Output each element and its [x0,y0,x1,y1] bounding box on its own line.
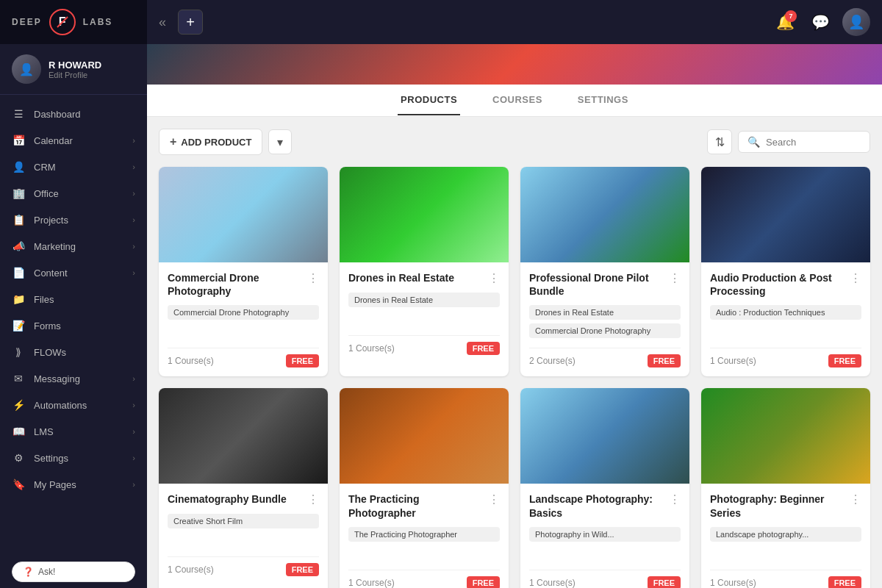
ask-button[interactable]: ❓ Ask! [12,562,135,582]
automations-label: Automations [34,400,87,411]
ask-icon: ❓ [23,567,34,577]
office-label: Office [34,188,59,199]
price-badge: FREE [648,576,681,588]
product-menu-icon[interactable]: ⋮ [669,271,681,285]
sidebar-item-automations[interactable]: ⚡ Automations › [0,392,147,418]
tag-list: Audio : Production Techniques [710,305,861,340]
sidebar-item-calendar[interactable]: 📅 Calendar › [0,127,147,154]
office-icon: 🏢 [12,187,25,199]
sidebar-item-projects[interactable]: 📋 Projects › [0,207,147,233]
product-title: Drones in Real Estate [348,271,482,284]
product-card: Photography: Beginner Series ⋮ Landscape… [701,388,870,588]
sidebar-item-messaging[interactable]: ✉ Messaging › [0,365,147,392]
product-thumbnail [520,167,689,262]
product-body: Professional Drone Pilot Bundle ⋮ Drones… [520,262,689,376]
product-footer: 1 Course(s) FREE [168,556,319,576]
chevron-icon: › [132,189,135,198]
sidebar-item-office[interactable]: 🏢 Office › [0,180,147,207]
add-product-label: ADD PRODUCT [181,137,251,148]
messages-button[interactable]: 💬 [807,9,833,35]
product-thumbnail [159,388,328,484]
user-avatar-topbar[interactable]: 👤 [842,8,870,36]
user-name: R HOWARD [49,60,135,71]
mypages-icon: 🔖 [12,478,25,490]
notification-badge: 7 [785,10,797,22]
messaging-icon: ✉ [12,373,25,384]
product-menu-icon[interactable]: ⋮ [307,271,319,285]
topbar: « + 🔔 7 💬 👤 [147,0,882,44]
product-thumbnail [159,167,328,262]
chevron-icon: › [132,268,135,277]
user-section: 👤 R HOWARD Edit Profile [0,44,147,95]
product-body: Audio Production & Post Processing ⋮ Aud… [701,262,870,376]
product-menu-icon[interactable]: ⋮ [669,492,681,506]
product-thumbnail [340,388,509,484]
product-menu-icon[interactable]: ⋮ [307,492,319,506]
product-menu-icon[interactable]: ⋮ [850,492,861,506]
add-button[interactable]: + [178,10,203,35]
collapse-icon[interactable]: « [159,15,166,30]
product-title-row: Drones in Real Estate ⋮ [348,271,500,285]
product-tag: Drones in Real Estate [348,293,500,307]
forms-icon: 📝 [12,320,25,331]
tab-bar: PRODUCTSCOURSESSETTINGS [147,85,882,117]
sidebar-item-files[interactable]: 📁 Files [0,286,147,312]
add-product-button[interactable]: + ADD PRODUCT [159,129,262,155]
product-body: Commercial Drone Photography ⋮ Commercia… [159,262,328,376]
crm-label: CRM [34,162,56,173]
search-input[interactable] [766,137,861,148]
product-menu-icon[interactable]: ⋮ [850,271,861,285]
brand-left: DEEP [12,17,42,27]
main-content: « + 🔔 7 💬 👤 PRODUCTSCOURSESSETTINGS + AD… [147,0,882,588]
sidebar-item-content[interactable]: 📄 Content › [0,259,147,286]
sidebar-item-forms[interactable]: 📝 Forms [0,312,147,339]
product-title: Audio Production & Post Processing [710,271,844,298]
crm-icon: 👤 [12,161,25,173]
chevron-icon: › [132,480,135,489]
tab-products[interactable]: PRODUCTS [398,85,460,115]
tab-courses[interactable]: COURSES [490,85,545,115]
course-count: 1 Course(s) [529,578,576,588]
sidebar-item-dashboard[interactable]: ☰ Dashboard [0,101,147,127]
sidebar-item-mypages[interactable]: 🔖 My Pages › [0,471,147,498]
product-title: Landscape Photography: Basics [529,492,663,519]
sidebar-item-flows[interactable]: ⟫ FLOWs [0,339,147,365]
product-menu-icon[interactable]: ⋮ [488,271,500,285]
filter-button[interactable]: ⇅ [707,129,732,154]
edit-profile-link[interactable]: Edit Profile [49,71,135,79]
product-body: Landscape Photography: Basics ⋮ Photogra… [520,484,689,588]
toolbar-right: ⇅ 🔍 [707,129,870,154]
price-badge: FREE [648,354,681,368]
product-menu-icon[interactable]: ⋮ [488,492,500,506]
product-tag: Commercial Drone Photography [529,323,681,338]
sidebar-item-lms[interactable]: 📖 LMS › [0,418,147,445]
notifications-button[interactable]: 🔔 7 [772,9,798,35]
search-box: 🔍 [738,131,870,153]
sidebar-header: DEEP F LABS [0,0,147,44]
marketing-label: Marketing [34,241,76,252]
projects-label: Projects [34,215,68,226]
filter-icon: ⇅ [715,135,725,149]
chevron-icon: › [132,453,135,462]
chevron-icon: › [132,401,135,409]
dropdown-arrow[interactable]: ▾ [268,129,292,154]
product-card: Drones in Real Estate ⋮ Drones in Real E… [340,167,509,376]
product-thumbnail [701,388,870,484]
product-card: The Practicing Photographer ⋮ The Practi… [340,388,509,588]
sidebar-item-marketing[interactable]: 📣 Marketing › [0,233,147,259]
avatar: 👤 [12,54,41,84]
brand-right: LABS [83,17,113,27]
tab-settings[interactable]: SETTINGS [575,85,631,115]
chevron-icon: › [132,162,135,171]
tag-list: Creative Short Film [168,514,319,549]
product-card: Professional Drone Pilot Bundle ⋮ Drones… [520,167,689,376]
tag-list: The Practicing Photographer [348,527,500,562]
product-tag: Drones in Real Estate [529,305,681,320]
course-count: 1 Course(s) [168,356,214,366]
sidebar-item-settings[interactable]: ⚙ Settings › [0,445,147,471]
logo-f-letter: F [59,15,66,29]
dashboard-icon: ☰ [12,108,25,120]
sidebar-item-crm[interactable]: 👤 CRM › [0,154,147,180]
product-title: Cinematography Bundle [168,492,301,506]
product-footer: 1 Course(s) FREE [710,570,861,588]
